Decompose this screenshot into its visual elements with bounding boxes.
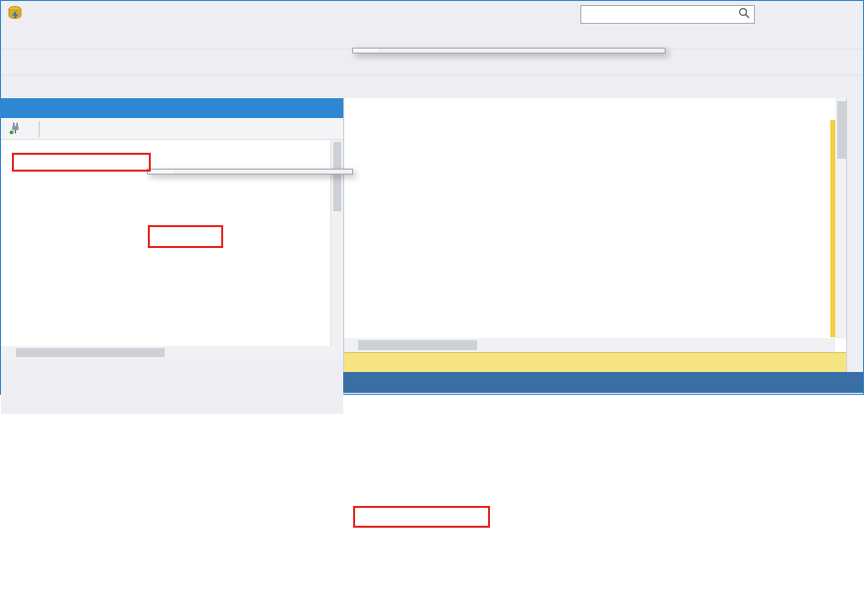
close-button[interactable] xyxy=(835,1,863,27)
database-context-menu xyxy=(147,169,353,175)
app-icon xyxy=(7,5,23,24)
connect-button[interactable] xyxy=(5,122,34,135)
quick-launch-input[interactable] xyxy=(585,8,738,20)
window-controls xyxy=(780,1,863,27)
divider xyxy=(39,121,40,137)
title-bar xyxy=(1,1,863,27)
search-icon xyxy=(738,7,750,22)
sql-editor-toolbar xyxy=(1,74,863,98)
minimize-button[interactable] xyxy=(780,1,807,27)
main-area xyxy=(1,98,863,372)
scrollbar-thumb[interactable] xyxy=(333,142,341,211)
menu-bar xyxy=(1,27,863,49)
scrollbar-thumb[interactable] xyxy=(358,340,477,350)
plug-icon xyxy=(9,122,22,135)
quick-launch-box[interactable] xyxy=(580,5,755,24)
object-explorer-toolbar xyxy=(1,118,343,140)
tasks-submenu xyxy=(352,48,666,54)
editor-status-bar xyxy=(344,352,849,372)
maximize-button[interactable] xyxy=(807,1,835,27)
properties-tab[interactable] xyxy=(846,98,863,372)
object-explorer-header[interactable] xyxy=(1,98,343,118)
ssms-window xyxy=(0,0,864,395)
tree-horizontal-scrollbar[interactable] xyxy=(1,346,343,359)
query-editor-area[interactable] xyxy=(343,98,849,372)
object-explorer-panel xyxy=(1,98,343,372)
panel-filler xyxy=(1,359,343,414)
scrollbar-thumb[interactable] xyxy=(16,348,165,357)
annotation-box-import-data xyxy=(353,506,490,528)
editor-horizontal-scrollbar[interactable] xyxy=(344,338,835,352)
